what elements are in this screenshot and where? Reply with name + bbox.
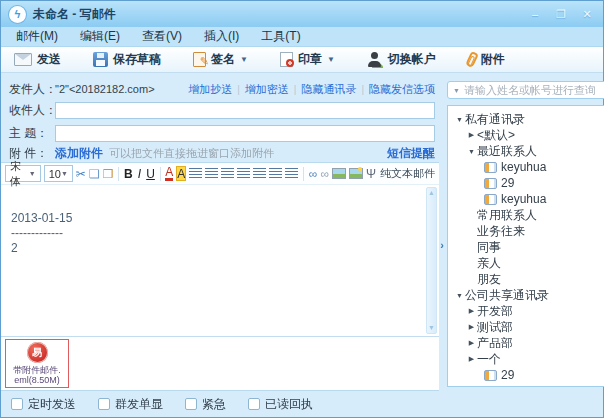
hide-contacts-link[interactable]: 隐藏通讯录 (301, 82, 356, 97)
highlight-icon[interactable]: A (176, 166, 186, 181)
contacts-tree: ▲ ▼ ▼私有通讯录▶<默认>▼最近联系人keyuhua29keyuhua常用联… (447, 105, 604, 387)
mass-single-display-checkbox-label: 群发单显 (115, 396, 163, 413)
scroll-up-icon[interactable]: ▲ (428, 188, 435, 198)
outdent-icon[interactable] (237, 165, 250, 183)
tree-item[interactable]: 朋友 (448, 271, 604, 287)
stamp-button[interactable]: 印章▼ (271, 49, 344, 70)
format-toolbar: 宋体▼ 10▼ ✂❏❒BIUAA∞∞Ψ纯文本邮件 (1, 163, 439, 185)
subject-input[interactable] (55, 125, 435, 142)
mass-single-display-checkbox[interactable]: 群发单显 (98, 396, 163, 413)
tree-item[interactable]: 亲人 (448, 255, 604, 271)
editor-scrollbar[interactable]: ▲ ▼ (426, 187, 437, 334)
unlink-icon[interactable]: ∞ (320, 165, 329, 183)
attachment-item[interactable]: 易 带附件邮件. eml(8.50M) (5, 339, 69, 388)
tree-item[interactable]: ▶开发部 (448, 303, 604, 319)
subject-label: 主 题： (9, 125, 55, 142)
eml-file-icon: 易 (27, 342, 48, 363)
read-receipt-checkbox[interactable]: 已读回执 (248, 396, 313, 413)
minimize-button[interactable]: – (527, 8, 543, 21)
body-line: 2 (11, 241, 439, 256)
tree-item[interactable]: keyuhua (448, 191, 604, 207)
tree-item[interactable]: ▼最近联系人 (448, 143, 604, 159)
checkbox-icon[interactable] (11, 398, 23, 410)
copy-icon[interactable]: ❏ (89, 165, 100, 183)
image-icon[interactable] (332, 165, 346, 183)
screenshot-icon[interactable] (349, 165, 363, 183)
message-body[interactable]: 2013-01-15-------------2 ▲ ▼ (1, 185, 439, 336)
contact-search-input[interactable] (464, 84, 604, 96)
switch-account-button[interactable]: 切换帐户 (358, 49, 445, 70)
attachment-button[interactable]: 附件 (459, 49, 514, 70)
collapsed-arrow-icon: ▶ (466, 339, 477, 347)
contact-card-icon (484, 370, 497, 381)
maximize-button[interactable]: ❐ (553, 8, 569, 21)
tree-item[interactable]: ▼私有通讯录 (448, 111, 604, 127)
tree-item-label: 私有通讯录 (465, 111, 525, 128)
send-button[interactable]: 发送 (5, 49, 70, 70)
tree-item[interactable]: 29 (448, 175, 604, 191)
tree-item-label: keyuhua (501, 160, 546, 174)
add-bcc-link[interactable]: 增加密送 (245, 82, 289, 97)
tree-item-label: 业务往来 (477, 223, 525, 240)
urgent-checkbox[interactable]: 紧急 (185, 396, 226, 413)
tree-item[interactable]: keyuhua (448, 159, 604, 175)
paste-icon[interactable]: ❒ (103, 165, 114, 183)
tree-item[interactable]: ▶测试部 (448, 319, 604, 335)
scroll-down-icon[interactable]: ▼ (428, 323, 435, 333)
signature-button[interactable]: 签名▼ (184, 49, 257, 70)
align-center-icon[interactable] (205, 165, 218, 183)
italic-icon[interactable]: I (136, 165, 144, 183)
indent-icon[interactable] (253, 165, 266, 183)
checkbox-icon[interactable] (185, 398, 197, 410)
search-scope-dropdown-icon[interactable]: ▼ (453, 87, 460, 94)
hide-send-options-link[interactable]: 隐藏发信选项 (369, 82, 435, 97)
tree-item[interactable]: ▶产品部 (448, 335, 604, 351)
bullet-list-icon[interactable] (285, 165, 298, 183)
to-label: 收件人： (9, 102, 55, 119)
tree-item[interactable]: ▶一个 (448, 351, 604, 367)
collapsed-arrow-icon: ▶ (466, 131, 477, 139)
checkbox-icon[interactable] (248, 398, 260, 410)
sms-reminder-link[interactable]: 短信提醒 (387, 145, 435, 162)
close-button[interactable]: ✕ (579, 8, 595, 21)
voice-icon[interactable]: Ψ (366, 165, 376, 183)
plain-text-mail-label[interactable]: 纯文本邮件 (380, 166, 435, 181)
align-right-icon[interactable] (221, 165, 234, 183)
font-color-icon[interactable]: A (165, 166, 173, 181)
menu-item[interactable]: 编辑(E) (71, 27, 129, 46)
tree-item-label: keyuhua (501, 192, 546, 206)
save-draft-button[interactable]: 保存草稿 (84, 49, 170, 70)
cut-icon[interactable]: ✂ (76, 165, 86, 183)
bold-icon[interactable]: B (124, 165, 133, 183)
menu-item[interactable]: 邮件(M) (7, 27, 67, 46)
expanded-arrow-icon: ▼ (454, 292, 465, 299)
collapse-arrow-icon: › (440, 239, 444, 251)
underline-icon[interactable]: U (146, 165, 155, 183)
urgent-checkbox-label: 紧急 (202, 396, 226, 413)
checkbox-icon[interactable] (98, 398, 110, 410)
to-input[interactable] (55, 102, 435, 119)
tree-item[interactable]: 同事 (448, 239, 604, 255)
tree-item[interactable]: 常用联系人 (448, 207, 604, 223)
main-toolbar: 发送保存草稿签名▼印章▼切换帐户附件 (1, 47, 603, 73)
to-row: 收件人： (1, 99, 439, 122)
attachment-pane: 易 带附件邮件. eml(8.50M) (1, 336, 439, 390)
menu-item[interactable]: 查看(V) (133, 27, 191, 46)
tree-item[interactable]: 业务往来 (448, 223, 604, 239)
font-family-select[interactable]: 宋体▼ (5, 165, 41, 182)
font-size-select[interactable]: 10▼ (44, 165, 73, 182)
attachment-filename: 带附件邮件. eml(8.50M) (6, 365, 68, 385)
contact-card-icon (484, 194, 497, 205)
menu-item[interactable]: 工具(T) (252, 27, 309, 46)
add-attachment-link[interactable]: 添加附件 (55, 145, 103, 162)
tree-item[interactable]: 29 (448, 367, 604, 383)
add-cc-link[interactable]: 增加抄送 (188, 82, 232, 97)
tree-item[interactable]: ▶<默认> (448, 127, 604, 143)
numbered-list-icon[interactable] (269, 165, 282, 183)
timed-send-checkbox[interactable]: 定时发送 (11, 396, 76, 413)
hyperlink-icon[interactable]: ∞ (309, 165, 318, 183)
tree-item[interactable]: ▼公司共享通讯录 (448, 287, 604, 303)
attachment-row: 附 件： 添加附件 可以把文件直接拖进窗口添加附件 短信提醒 (1, 145, 439, 162)
menu-item[interactable]: 插入(I) (195, 27, 248, 46)
align-left-icon[interactable] (189, 165, 202, 183)
